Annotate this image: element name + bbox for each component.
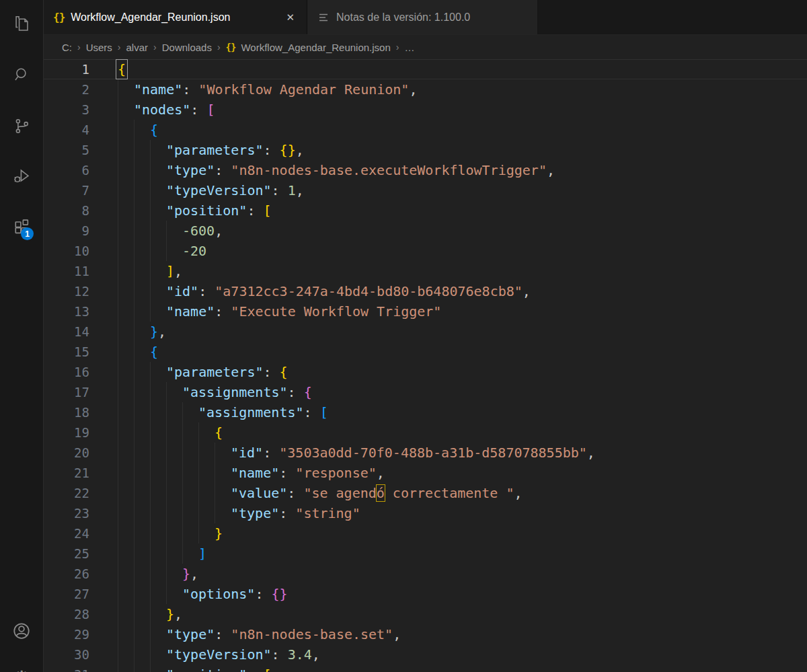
code-line-7[interactable]: 7"typeVersion": 1, — [44, 180, 807, 200]
token: , — [174, 606, 182, 622]
code-line-19[interactable]: 19{ — [44, 422, 807, 443]
line-number: 2 — [44, 79, 89, 100]
token: : — [287, 485, 303, 501]
line-number: 30 — [44, 644, 89, 665]
json-icon: {} — [53, 11, 65, 24]
token: -20 — [182, 243, 206, 259]
sidebar-item-settings[interactable]: ⚙ — [0, 662, 43, 672]
code-line-23[interactable]: 23"type": "string" — [44, 503, 807, 523]
token: , — [174, 263, 182, 279]
token: , — [296, 182, 304, 198]
code-line-30[interactable]: 30"typeVersion": 3.4, — [44, 644, 807, 665]
unicode-highlight: ó — [377, 485, 385, 501]
editor[interactable]: 1{2"name": "Workflow Agendar Reunion",3"… — [44, 59, 807, 672]
line-number: 22 — [44, 483, 89, 503]
code-text: "options": {} — [118, 584, 288, 604]
sidebar-item-search[interactable] — [0, 58, 43, 90]
token: "position" — [166, 202, 247, 219]
line-number: 8 — [44, 200, 89, 221]
line-number: 27 — [44, 584, 89, 604]
code-text: { — [118, 59, 126, 79]
code-text: "name": "Execute Workflow Trigger" — [118, 301, 441, 322]
token: "Execute Workflow Trigger" — [231, 303, 441, 320]
code-line-8[interactable]: 8"position": [ — [44, 200, 807, 221]
token: ] — [166, 263, 174, 279]
code-line-21[interactable]: 21"name": "response", — [44, 463, 807, 483]
breadcrumb: C: › Users › alvar › Downloads › {} Work… — [44, 35, 807, 59]
breadcrumb-item-users[interactable]: Users — [86, 42, 112, 53]
token: : — [279, 465, 295, 481]
code-line-13[interactable]: 13"name": "Execute Workflow Trigger" — [44, 301, 807, 322]
code-line-29[interactable]: 29"type": "n8n-nodes-base.set", — [44, 624, 807, 644]
token: , — [377, 465, 385, 481]
code-line-22[interactable]: 22"value": "se agendó correctamente ", — [44, 483, 807, 503]
token: : — [304, 404, 320, 420]
token: "id" — [231, 445, 263, 461]
sidebar-item-account[interactable] — [0, 615, 43, 647]
code-line-5[interactable]: 5"parameters": {}, — [44, 140, 807, 160]
tab-release-notes[interactable]: Notas de la versión: 1.100.0 — [307, 0, 538, 34]
sidebar-item-source-control[interactable] — [0, 110, 43, 142]
breadcrumb-item-alvar[interactable]: alvar — [126, 42, 149, 53]
token: "type" — [231, 505, 279, 521]
code-line-18[interactable]: 18"assignments": [ — [44, 402, 807, 422]
code-line-28[interactable]: 28}, — [44, 604, 807, 624]
code-line-16[interactable]: 16"parameters": { — [44, 362, 807, 382]
code-line-24[interactable]: 24} — [44, 523, 807, 544]
line-number: 23 — [44, 503, 89, 523]
code-text: "id": "a7312cc3-247a-4bd4-bd80-b648076e8… — [118, 281, 531, 301]
code-line-10[interactable]: 10-20 — [44, 241, 807, 261]
tab-workflow-json[interactable]: {} Workflow_Agendar_Reunion.json ✕ — [44, 0, 307, 34]
code-line-15[interactable]: 15{ — [44, 342, 807, 362]
code-line-27[interactable]: 27"options": {} — [44, 584, 807, 604]
breadcrumb-item-file[interactable]: Workflow_Agendar_Reunion.json — [241, 42, 390, 53]
code-line-2[interactable]: 2"name": "Workflow Agendar Reunion", — [44, 79, 807, 100]
token: "type" — [166, 626, 215, 642]
sidebar-item-explorer[interactable] — [0, 7, 43, 40]
token: "name" — [166, 303, 215, 320]
code-line-9[interactable]: 9-600, — [44, 221, 807, 241]
line-number: 13 — [44, 301, 89, 322]
token: [ — [320, 404, 328, 420]
tab-title: Workflow_Agendar_Reunion.json — [71, 11, 230, 24]
code-text: "type": "n8n-nodes-base.executeWorkflowT… — [118, 160, 555, 180]
breadcrumb-item-drive[interactable]: C: — [62, 42, 72, 53]
code-text: "name": "Workflow Agendar Reunion", — [118, 79, 417, 100]
code-line-1[interactable]: 1{ — [44, 59, 807, 79]
token: "id" — [166, 283, 198, 299]
sidebar-item-run-debug[interactable] — [0, 160, 43, 192]
code-line-3[interactable]: 3"nodes": [ — [44, 100, 807, 120]
token: , — [393, 626, 401, 642]
code-line-4[interactable]: 4{ — [44, 120, 807, 140]
code-text: { — [118, 422, 223, 443]
token: : — [198, 283, 215, 299]
breadcrumb-item-downloads[interactable]: Downloads — [162, 42, 212, 53]
code-line-6[interactable]: 6"type": "n8n-nodes-base.executeWorkflow… — [44, 160, 807, 180]
close-icon[interactable]: ✕ — [283, 10, 297, 25]
token: "assignments" — [198, 404, 304, 420]
code-line-20[interactable]: 20"id": "3503a0dd-70f0-488b-a31b-d587078… — [44, 443, 807, 463]
line-number: 7 — [44, 180, 89, 200]
token: : — [247, 667, 263, 672]
code-text: "position": [ — [118, 200, 272, 221]
token: "3503a0dd-70f0-488b-a31b-d587078855bb" — [279, 445, 587, 461]
token: "value" — [231, 485, 287, 501]
code-text: -600, — [118, 221, 223, 241]
code-line-25[interactable]: 25] — [44, 544, 807, 564]
code-line-14[interactable]: 14}, — [44, 322, 807, 342]
token: { — [150, 122, 158, 138]
code-line-17[interactable]: 17"assignments": { — [44, 382, 807, 402]
token: : — [215, 626, 231, 642]
code-line-31[interactable]: 31"position": [ — [44, 665, 807, 672]
line-number: 31 — [44, 665, 89, 672]
code-text: "id": "3503a0dd-70f0-488b-a31b-d58707885… — [118, 443, 595, 463]
breadcrumb-more[interactable]: … — [404, 42, 414, 53]
sidebar-item-extensions[interactable]: 1 — [0, 211, 43, 243]
token: : — [263, 445, 279, 461]
code-line-11[interactable]: 11], — [44, 261, 807, 281]
line-number: 26 — [44, 564, 89, 584]
code-line-26[interactable]: 26}, — [44, 564, 807, 584]
token: [ — [264, 202, 272, 219]
code-line-12[interactable]: 12"id": "a7312cc3-247a-4bd4-bd80-b648076… — [44, 281, 807, 301]
token: , — [158, 324, 166, 340]
